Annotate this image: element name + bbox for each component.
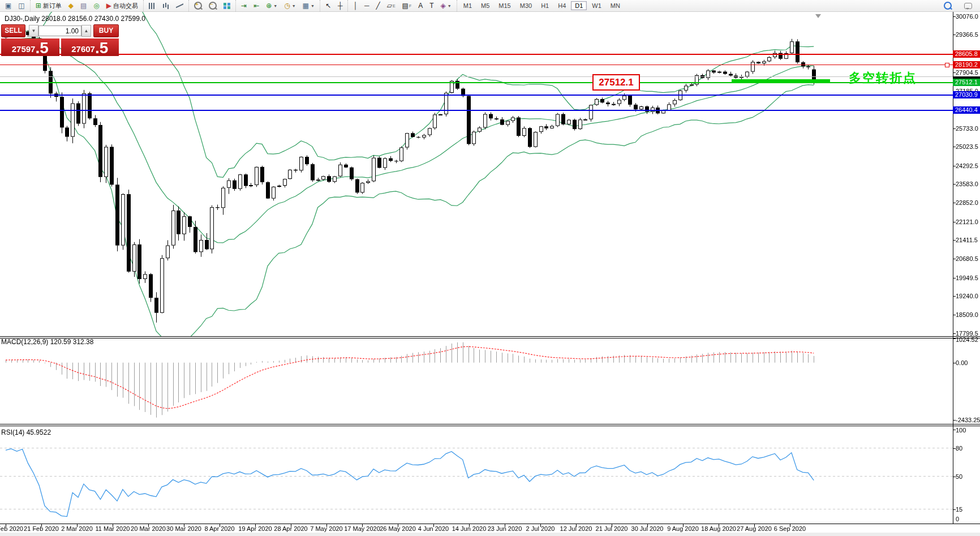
horizontal-line-icon[interactable]: ─ (362, 1, 372, 11)
price-axis-tick: 29366.5 (956, 31, 979, 38)
vertical-line-icon[interactable]: │ (350, 1, 360, 11)
price-axis-tick: 22852.0 (956, 199, 979, 206)
chart-canvas[interactable] (0, 0, 980, 536)
rsi-axis-tick: 100 (956, 427, 979, 434)
volume-input[interactable] (38, 25, 81, 36)
timeframe-m5[interactable]: M5 (477, 1, 493, 10)
chart-area: DJ30-,Daily 28018.0 28156.0 27430.0 2759… (0, 0, 980, 536)
price-badge: 28605.8 (953, 50, 980, 58)
horizontal-line-icon-glyph: ─ (364, 2, 369, 9)
macd-axis-tick: -2433.25 (956, 417, 979, 423)
auto-scroll-icon[interactable]: ⇥ (238, 1, 250, 11)
toolbar-group: ▣◫ (0, 0, 30, 11)
equidistant-channel-icon[interactable]: ▱E (384, 1, 398, 11)
chart-profiles-icon[interactable]: ◫ (15, 1, 27, 11)
period-icon[interactable]: ◷▼ (281, 1, 298, 11)
line-endpoint-marker[interactable] (945, 63, 949, 67)
arrows-icon-glyph: ◈ (441, 2, 446, 9)
horizontal-line-28605.8[interactable] (0, 54, 953, 55)
bar-chart-icon[interactable] (146, 1, 158, 11)
sell-button[interactable]: SELL (1, 24, 25, 37)
annotation-text[interactable]: 多空转折点 (849, 70, 917, 87)
date-axis-label: 30 Mar 2020 (164, 525, 204, 532)
price-axis-tick: 27904.5 (956, 69, 979, 76)
chart-shift-icon[interactable]: ⇤ (251, 1, 262, 11)
new-chart-icon[interactable]: ▣ (2, 1, 14, 11)
equidistant-channel-icon-sub: E (393, 4, 396, 8)
toolbar: ▣◫⊞新订单◆▤◎▶自动交易⇥⇤⊕▼◷▼▦▼↖┼│─╱▱E▤FAT◈▼ M1M5… (0, 0, 980, 12)
cursor-icon[interactable]: ↖ (323, 1, 334, 11)
dropdown-caret-icon: ▼ (448, 4, 452, 8)
volume-up-button[interactable]: ▲ (81, 25, 91, 37)
autotrading-button-glyph: ▶ (106, 2, 111, 9)
price-axis-tick: 18509.0 (956, 311, 979, 318)
arrows-icon[interactable]: ◈▼ (438, 1, 454, 11)
timeframe-m15[interactable]: M15 (495, 1, 514, 10)
date-axis-label: 20 Mar 2020 (128, 525, 169, 532)
new-order-button[interactable]: ⊞新订单 (33, 1, 65, 11)
candlestick-chart-icon[interactable] (160, 1, 172, 11)
horizontal-line-26440.4[interactable] (0, 110, 953, 111)
text-icon[interactable]: A (415, 1, 425, 11)
date-axis-label: 11 Mar 2020 (92, 525, 133, 532)
candlestick-chart-icon (162, 3, 169, 9)
chat-icon[interactable] (961, 1, 975, 11)
buy-price-decimal: .5 (95, 41, 108, 55)
dropdown-caret-icon: ▼ (311, 4, 315, 8)
buy-price[interactable]: 27607.5 (61, 38, 119, 56)
date-axis-label: 18 Aug 2020 (698, 525, 739, 532)
add-indicator-icon[interactable]: ⊕▼ (263, 1, 280, 11)
tile-windows-icon[interactable] (221, 1, 233, 11)
price-axis-tick: 17799.5 (956, 330, 979, 337)
date-axis-label: 28 Apr 2020 (270, 525, 311, 532)
terminal-icon[interactable]: ▤ (78, 1, 89, 11)
timeframe-w1[interactable]: W1 (588, 1, 605, 10)
price-axis-tick: 23583.0 (956, 181, 979, 187)
sell-price[interactable]: 27597.5 (1, 38, 59, 56)
volume-down-button[interactable]: ▼ (29, 25, 38, 37)
price-level-label[interactable]: 27512.1 (592, 74, 640, 91)
search-icon[interactable] (941, 1, 955, 11)
autotrading-button[interactable]: ▶自动交易 (104, 1, 141, 11)
line-chart-icon[interactable] (173, 1, 186, 11)
timeframe-h1[interactable]: H1 (537, 1, 553, 10)
timeframe-m1[interactable]: M1 (459, 1, 476, 10)
horizontal-line-27725[interactable] (0, 76, 953, 77)
signals-icon[interactable]: ◎ (91, 1, 102, 11)
horizontal-line-27030.9[interactable] (0, 95, 953, 96)
pane-separator[interactable] (0, 426, 980, 426)
pane-separator[interactable] (0, 338, 980, 338)
sell-price-decimal: .5 (35, 41, 48, 55)
macd-label: MACD(12,26,9) 120.59 312.38 (1, 338, 93, 346)
market-depth-icon[interactable]: ◆ (66, 1, 76, 11)
zoom-out-icon[interactable] (206, 1, 220, 11)
timeframe-d1[interactable]: D1 (571, 1, 587, 10)
pane-separator[interactable] (0, 336, 980, 337)
buy-button[interactable]: BUY (93, 24, 119, 37)
toolbar-group: │─╱▱E▤FAT◈▼ (347, 0, 456, 11)
price-axis-tick: 20680.5 (956, 255, 979, 262)
text-label-icon[interactable]: T (427, 1, 436, 11)
date-axis-label: 2 Mar 2020 (57, 525, 97, 532)
timeframe-mn[interactable]: MN (607, 1, 624, 10)
dropdown-caret-icon: ▼ (292, 4, 296, 8)
support-zone-rectangle[interactable] (732, 79, 830, 83)
horizontal-line-28190.2[interactable] (0, 65, 953, 65)
rsi-axis-tick: 50 (956, 473, 979, 480)
period-icon-glyph: ◷ (284, 2, 290, 9)
crosshair-icon[interactable]: ┼ (335, 1, 346, 11)
chat-bubble-icon (964, 3, 972, 9)
chart-profiles-icon-glyph: ◫ (18, 2, 24, 9)
timeframe-m30[interactable]: M30 (516, 1, 536, 10)
rsi-axis-tick: 0 (956, 516, 979, 522)
template-icon[interactable]: ▦▼ (300, 1, 317, 11)
fibonacci-icon[interactable]: ▤F (399, 1, 415, 11)
zoom-in-icon[interactable] (191, 1, 205, 11)
date-axis-label: 6 Sep 2020 (770, 525, 810, 532)
pane-separator[interactable] (0, 424, 980, 424)
sell-price-main: 27597 (12, 43, 36, 55)
date-axis-label: 26 May 2020 (377, 525, 418, 532)
trendline-icon[interactable]: ╱ (373, 1, 382, 11)
timeframe-h4[interactable]: H4 (554, 1, 570, 10)
vertical-line-icon-glyph: │ (353, 2, 358, 9)
